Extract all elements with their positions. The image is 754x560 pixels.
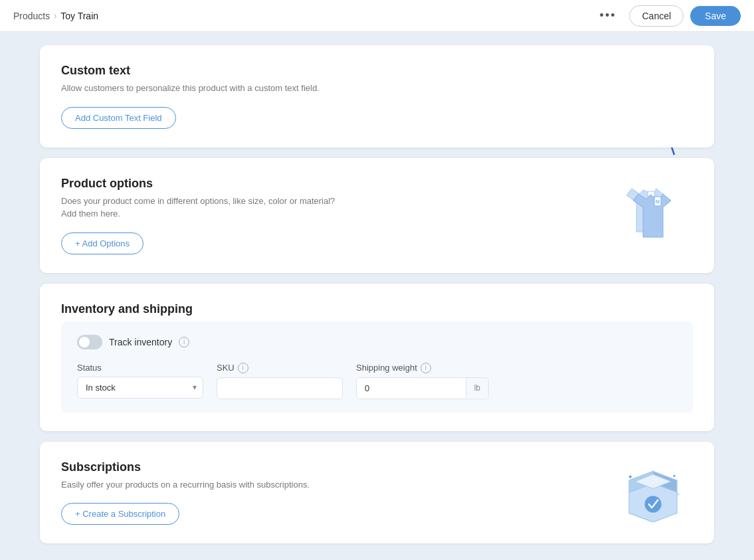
product-options-illustration: S M [620,182,693,248]
svg-text:✦: ✦ [677,492,680,496]
nav-actions: ••• Cancel Save [593,5,741,27]
breadcrumb: Products › Toy Train [13,11,98,21]
product-options-content: Product options Does your product come i… [61,177,620,254]
main-content: Custom text Allow customers to personali… [0,32,754,557]
svg-text:✦: ✦ [672,473,676,479]
status-field-group: Status In stock Out of stock Pre-order [77,363,203,399]
save-button[interactable]: Save [690,6,741,26]
inventory-fields-row: Status In stock Out of stock Pre-order S… [77,363,677,399]
status-select-wrapper: In stock Out of stock Pre-order [77,377,203,399]
shipping-weight-label: Shipping weight i [356,363,677,373]
more-button[interactable]: ••• [593,5,623,27]
product-options-subtitle: Does your product come in different opti… [61,195,620,221]
svg-text:✦: ✦ [628,474,633,480]
cancel-button[interactable]: Cancel [629,5,684,27]
breadcrumb-products[interactable]: Products [13,11,50,21]
svg-text:M: M [656,199,660,204]
sku-input[interactable] [217,377,343,399]
sku-info-icon[interactable]: i [238,363,248,373]
shipping-weight-info-icon[interactable]: i [421,363,431,373]
sku-field-group: SKU i [217,363,343,399]
status-label: Status [77,363,203,373]
shipping-weight-field-group: Shipping weight i lb [356,363,677,399]
inventory-inner: Track inventory i Status In stock Out of… [61,322,693,413]
custom-text-card: Custom text Allow customers to personali… [40,45,714,147]
inventory-title: Inventory and shipping [61,302,693,316]
svg-point-6 [644,496,661,513]
sku-label: SKU i [217,363,343,373]
status-select[interactable]: In stock Out of stock Pre-order [77,377,203,399]
add-custom-text-button[interactable]: Add Custom Text Field [61,107,176,129]
breadcrumb-chevron: › [54,11,56,21]
inventory-card: Inventory and shipping Track inventory i… [40,284,714,431]
add-options-button[interactable]: + Add Options [61,233,143,254]
track-inventory-info-icon[interactable]: i [179,337,189,347]
subscriptions-card: Subscriptions Easily offer your products… [40,442,714,544]
weight-input-wrap: lb [356,377,489,399]
create-subscription-button[interactable]: + Create a Subscription [61,503,179,525]
breadcrumb-current: Toy Train [60,11,98,21]
track-inventory-label: Track inventory [109,337,172,347]
subscriptions-illustration: ✦ ✦ ✦ [613,462,693,522]
custom-text-subtitle: Allow customers to personalize this prod… [61,82,693,95]
track-inventory-toggle[interactable] [77,335,102,349]
subscriptions-title: Subscriptions [61,460,613,474]
custom-text-title: Custom text [61,64,693,78]
subscriptions-subtitle: Easily offer your products on a recurrin… [61,478,613,492]
weight-unit: lb [466,378,488,398]
shipping-weight-input[interactable] [357,378,466,399]
product-options-card: Product options Does your product come i… [40,158,714,273]
product-options-title: Product options [61,177,620,191]
top-navigation: Products › Toy Train ••• Cancel Save [0,0,754,32]
track-inventory-row: Track inventory i [77,335,677,349]
subscriptions-content: Subscriptions Easily offer your products… [61,460,613,525]
